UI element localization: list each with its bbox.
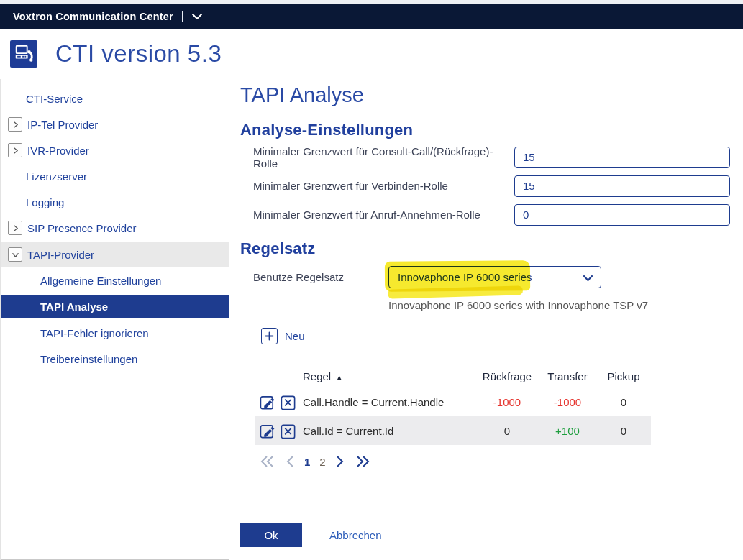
edit-icon[interactable] bbox=[260, 394, 276, 410]
chevron-down-icon[interactable] bbox=[8, 247, 22, 262]
transfer-value: -1000 bbox=[539, 396, 596, 408]
rule-name: Call.Id = Current.Id bbox=[303, 425, 475, 437]
last-page-icon[interactable] bbox=[355, 455, 370, 468]
delete-icon[interactable] bbox=[280, 423, 296, 439]
rule-name: Call.Handle = Current.Handle bbox=[303, 396, 475, 408]
form-row-consult-call: Minimaler Grenzwert für Consult-Call/(Rü… bbox=[253, 146, 743, 168]
previous-page-icon[interactable] bbox=[285, 455, 295, 468]
chevron-down-icon[interactable] bbox=[191, 12, 204, 21]
sidebar: CTI-Service IP-Tel Provider IVR-Provider… bbox=[1, 79, 229, 560]
transfer-value: +100 bbox=[539, 425, 596, 437]
section-heading-analyse: Analyse-Einstellungen bbox=[240, 121, 743, 139]
table-header-row: Regel▲ Rückfrage Transfer Pickup bbox=[255, 366, 651, 387]
sidebar-item-logging[interactable]: Logging bbox=[1, 189, 229, 215]
content-layout: CTI-Service IP-Tel Provider IVR-Provider… bbox=[0, 79, 743, 560]
edit-icon[interactable] bbox=[260, 423, 276, 439]
regelsatz-selected-value: Innovaphone IP 6000 series bbox=[398, 271, 532, 283]
sidebar-item-tapi-provider[interactable]: TAPI-Provider bbox=[1, 242, 229, 267]
chevron-right-icon[interactable] bbox=[8, 221, 22, 235]
regelsatz-select-row: Benutze Regelsatz Innovaphone IP 6000 se… bbox=[253, 265, 743, 288]
chevron-right-icon[interactable] bbox=[8, 117, 22, 132]
verbinden-threshold-input[interactable] bbox=[514, 175, 730, 197]
sidebar-item-cti-service[interactable]: CTI-Service bbox=[1, 86, 229, 111]
pagination: 1 2 bbox=[260, 451, 743, 472]
main-content: TAPI Analyse Analyse-Einstellungen Minim… bbox=[229, 79, 743, 560]
plus-icon bbox=[261, 328, 278, 344]
sidebar-item-sip-presence-provider[interactable]: SIP Presence Provider bbox=[1, 215, 229, 241]
anruf-annehmen-threshold-input[interactable] bbox=[514, 204, 730, 226]
column-header-regel[interactable]: Regel▲ bbox=[303, 370, 475, 382]
ok-button[interactable]: Ok bbox=[240, 523, 302, 547]
rueckfrage-value: 0 bbox=[475, 425, 539, 437]
pickup-value: 0 bbox=[596, 396, 651, 408]
regelsatz-description: Innovaphone IP 6000 series with Innovaph… bbox=[388, 299, 743, 311]
page-title-app: CTI version 5.3 bbox=[55, 40, 222, 68]
delete-icon[interactable] bbox=[280, 394, 296, 410]
column-header-pickup[interactable]: Pickup bbox=[596, 370, 651, 382]
page-number-current[interactable]: 1 bbox=[304, 456, 310, 468]
sidebar-item-allgemeine-einstellungen[interactable]: Allgemeine Einstellungen bbox=[1, 267, 229, 293]
chevron-right-icon[interactable] bbox=[8, 143, 22, 157]
page-title: TAPI Analyse bbox=[240, 83, 743, 107]
app-header: CTI version 5.3 bbox=[0, 29, 743, 79]
column-header-transfer[interactable]: Transfer bbox=[539, 370, 596, 382]
sidebar-item-ip-tel-provider[interactable]: IP-Tel Provider bbox=[1, 111, 229, 137]
new-button-label: Neu bbox=[285, 330, 305, 342]
section-heading-regelsatz: Regelsatz bbox=[240, 239, 743, 258]
table-row: Call.Id = Current.Id 0 +100 0 bbox=[255, 416, 651, 445]
pickup-value: 0 bbox=[596, 425, 651, 437]
topbar-divider bbox=[182, 11, 183, 22]
rueckfrage-value: -1000 bbox=[475, 396, 539, 408]
form-row-anruf-annehmen: Minimaler Grenzwert für Anruf-Annehmen-R… bbox=[253, 203, 743, 226]
sidebar-item-lizenzserver[interactable]: Lizenzserver bbox=[1, 163, 229, 189]
page-number[interactable]: 2 bbox=[319, 456, 325, 468]
brand-title: Voxtron Communication Center bbox=[13, 11, 173, 22]
sort-ascending-icon: ▲ bbox=[335, 373, 343, 382]
sidebar-item-tapi-fehler-ignorieren[interactable]: TAPI-Fehler ignorieren bbox=[1, 320, 229, 346]
sidebar-item-ivr-provider[interactable]: IVR-Provider bbox=[1, 137, 229, 163]
add-new-rule-button[interactable]: Neu bbox=[261, 328, 743, 344]
consult-call-threshold-input[interactable] bbox=[514, 147, 730, 168]
regelsatz-select[interactable]: Innovaphone IP 6000 series bbox=[388, 266, 601, 288]
sidebar-item-treibereinstellungen[interactable]: Treibereinstellungen bbox=[1, 346, 229, 372]
cti-app-icon bbox=[10, 40, 37, 68]
footer-actions: Ok Abbrechen bbox=[240, 523, 382, 547]
cancel-link[interactable]: Abbrechen bbox=[329, 529, 382, 541]
table-row: Call.Handle = Current.Handle -1000 -1000… bbox=[255, 387, 651, 416]
field-label: Benutze Regelsatz bbox=[253, 271, 388, 283]
field-label: Minimaler Grenzwert für Verbinden-Rolle bbox=[253, 180, 514, 192]
sidebar-item-tapi-analyse[interactable]: TAPI Analyse bbox=[1, 295, 229, 318]
topbar: Voxtron Communication Center bbox=[0, 4, 743, 29]
next-page-icon[interactable] bbox=[335, 455, 345, 468]
column-header-rueckfrage[interactable]: Rückfrage bbox=[475, 370, 539, 382]
first-page-icon[interactable] bbox=[260, 455, 275, 468]
rules-table: Regel▲ Rückfrage Transfer Pickup bbox=[255, 366, 651, 445]
field-label: Minimaler Grenzwert für Anruf-Annehmen-R… bbox=[253, 208, 514, 221]
field-label: Minimaler Grenzwert für Consult-Call/(Rü… bbox=[253, 145, 514, 170]
chevron-down-icon bbox=[583, 272, 593, 285]
regelsatz-select-wrap: Innovaphone IP 6000 series bbox=[388, 266, 601, 288]
form-row-verbinden: Minimaler Grenzwert für Verbinden-Rolle bbox=[253, 175, 743, 197]
